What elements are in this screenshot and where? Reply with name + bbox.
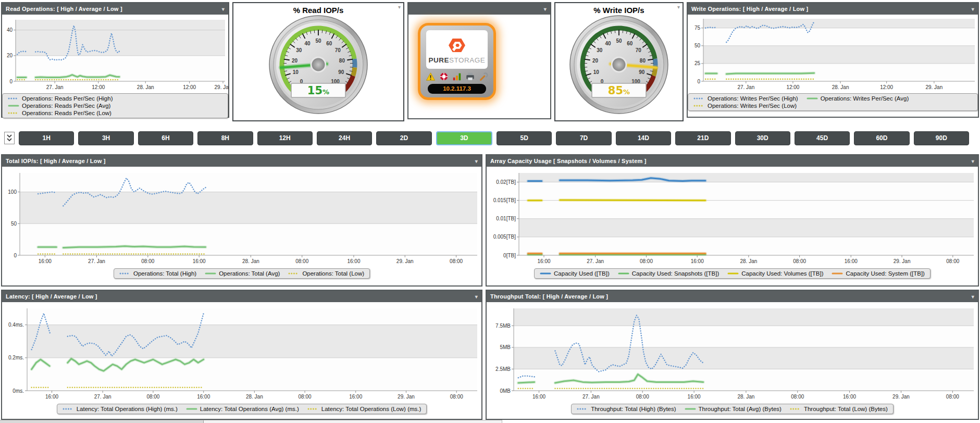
panel-title: Total IOP/s: [ High / Average / Low ]: [6, 158, 106, 164]
legend-label: Throughput: Total (High) (Bytes): [591, 406, 676, 412]
timerange-5d[interactable]: 5D: [497, 131, 552, 145]
x-axis-label: 08:00: [791, 394, 804, 400]
x-axis-label: 29. Jan: [894, 258, 911, 264]
y-axis-label: 50: [11, 221, 17, 227]
x-axis-label: 16:00: [39, 258, 52, 264]
panel-read-operations: Read Operations: [ High / Average / Low …: [1, 2, 229, 118]
panel-write-operations: Write Operations: [ High / Average / Low…: [687, 2, 979, 118]
timerange-2d[interactable]: 2D: [376, 131, 431, 145]
wrench-icon[interactable]: [479, 72, 488, 81]
panel-header-device[interactable]: ▾: [408, 3, 550, 15]
y-axis-label: 2.5MB: [495, 366, 511, 372]
timerange-14d[interactable]: 14D: [616, 131, 671, 145]
read-operations-chart: 0204027. Jan12:0028. Jan12:0029. Jan: [2, 15, 228, 92]
timerange-8h[interactable]: 8H: [197, 131, 253, 145]
legend-item: Operations: Total (Low): [288, 270, 364, 277]
brand-text: PURESTORAGE: [429, 56, 486, 64]
panel-header-array-capacity[interactable]: Array Capacity Usage [ Snapshots / Volum…: [487, 155, 978, 167]
scrollbar-thumb[interactable]: [0, 420, 204, 423]
panel-header-latency[interactable]: Latency: [ High / Average / Low ] ▾: [2, 291, 481, 302]
legend-label: Latency: Total Operations (High) (ms.): [77, 406, 178, 412]
panel-total-iops: Total IOP/s: [ High / Average / Low ] ▾ …: [1, 154, 482, 287]
dropdown-caret-icon[interactable]: ▾: [475, 158, 478, 164]
legend-item: Throughput: Total (Low) (Bytes): [790, 406, 888, 412]
legend-item: Operations: Writes Per/Sec (High): [693, 95, 798, 102]
x-axis-label: 29. Jan: [398, 394, 415, 400]
x-axis-label: 08:00: [450, 258, 463, 264]
x-axis-label: 08:00: [946, 394, 959, 400]
device-card[interactable]: PURESTORAGE 10.2.117.3: [418, 23, 496, 100]
legend-swatch: [693, 96, 705, 101]
panel-header-throughput[interactable]: Throughput Total: [ High / Average / Low…: [487, 291, 978, 302]
legend-item: Operations: Reads Per/Sec (High): [8, 95, 113, 102]
y-axis-label: 7.5MB: [495, 323, 511, 329]
timerange-6h[interactable]: 6H: [138, 131, 193, 145]
dropdown-caret-icon[interactable]: ▾: [475, 294, 478, 300]
legend-item: Latency: Total Operations (Low) (ms.): [307, 406, 421, 412]
dropdown-caret-icon[interactable]: ▾: [972, 158, 974, 164]
dropdown-caret-icon[interactable]: ▾: [398, 4, 401, 10]
gauge-tick-label: 90: [338, 69, 344, 75]
x-axis-label: 16:00: [845, 258, 858, 264]
x-axis-label: 29. Jan: [215, 84, 228, 90]
total-iops-chart: 05010016:0027. Jan08:0016:0028. Jan08:00…: [2, 167, 481, 267]
legend-label: Capacity Used ([TB]): [554, 270, 610, 277]
timerange-3d[interactable]: 3D: [436, 131, 492, 145]
timerange-45d[interactable]: 45D: [795, 131, 850, 145]
array-capacity-legend: Capacity Used ([TB])Capacity Used: Snaps…: [534, 268, 931, 279]
panel-header-write-operations[interactable]: Write Operations: [ High / Average / Low…: [688, 3, 978, 15]
stats-icon[interactable]: [452, 72, 462, 81]
y-axis-label: 0: [697, 79, 700, 84]
legend-swatch: [693, 104, 705, 108]
gauge-tick-label: 40: [605, 41, 612, 46]
legend-label: Throughput: Total (Avg) (Bytes): [699, 406, 781, 412]
timerange-30d[interactable]: 30D: [735, 131, 790, 145]
timerange-24h[interactable]: 24H: [317, 131, 372, 145]
timerange-21d[interactable]: 21D: [675, 131, 730, 145]
warning-icon[interactable]: [426, 72, 436, 81]
legend-item: Operations: Reads Per/Sec (Low): [8, 110, 111, 116]
x-axis-label: 27. Jan: [737, 84, 754, 90]
dropdown-caret-icon[interactable]: ▾: [222, 6, 225, 12]
lifebuoy-icon[interactable]: [439, 72, 449, 81]
printer-icon[interactable]: [465, 72, 475, 81]
gauge-tick-label: 30: [597, 47, 603, 53]
double-chevron-down-icon: [6, 134, 13, 142]
x-axis-label: 28. Jan: [740, 258, 757, 264]
panel-header-total-iops[interactable]: Total IOP/s: [ High / Average / Low ] ▾: [2, 155, 481, 167]
dropdown-caret-icon[interactable]: ▾: [972, 294, 974, 300]
x-axis-label: 12:00: [92, 84, 105, 90]
legend-label: Operations: Writes Per/Sec (High): [708, 95, 798, 102]
x-axis-label: 27. Jan: [88, 258, 105, 264]
x-axis-label: 28. Jan: [832, 84, 849, 90]
dropdown-caret-icon[interactable]: ▾: [677, 4, 680, 10]
y-axis-label: 0ms.: [13, 388, 24, 394]
legend-swatch: [540, 271, 551, 276]
x-axis-label: 16:00: [45, 394, 58, 400]
timerange-90d[interactable]: 90D: [914, 131, 969, 145]
legend-label: Operations: Total (High): [133, 270, 196, 277]
x-axis-label: 08:00: [636, 394, 649, 400]
dropdown-caret-icon[interactable]: ▾: [544, 6, 547, 12]
write-operations-legend: Operations: Writes Per/Sec (High)Operati…: [688, 93, 978, 111]
panel-header-read-operations[interactable]: Read Operations: [ High / Average / Low …: [2, 3, 228, 15]
legend-swatch: [186, 407, 197, 411]
legend-swatch: [307, 407, 319, 411]
x-axis-label: 28. Jan: [738, 394, 755, 400]
x-axis-label: 12:00: [880, 84, 893, 90]
legend-swatch: [807, 96, 818, 101]
timerange-12h[interactable]: 12H: [257, 131, 313, 145]
timerange-3h[interactable]: 3H: [78, 131, 133, 145]
legend-item: Operations: Writes Per/Sec (Low): [693, 103, 797, 109]
horizontal-scrollbar[interactable]: [0, 420, 502, 423]
x-axis-label: 16:00: [197, 394, 210, 400]
read-operations-legend: Operations: Reads Per/Sec (High)Operatio…: [2, 93, 228, 118]
x-axis-label: 27. Jan: [46, 84, 64, 90]
collapse-timebar-button[interactable]: [4, 132, 15, 144]
timerange-1h[interactable]: 1H: [19, 131, 74, 145]
timerange-60d[interactable]: 60D: [854, 131, 909, 145]
panel-title: Array Capacity Usage [ Snapshots / Volum…: [490, 158, 647, 164]
device-ip[interactable]: 10.2.117.3: [428, 84, 486, 94]
dropdown-caret-icon[interactable]: ▾: [972, 6, 974, 12]
timerange-7d[interactable]: 7D: [556, 131, 611, 145]
